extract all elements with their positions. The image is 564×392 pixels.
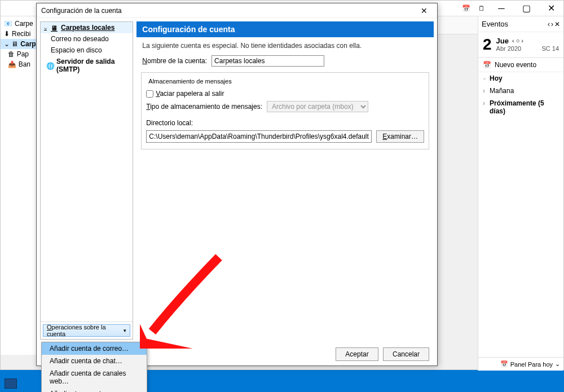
- empty-trash-checkbox[interactable]: Vaciar papelera al salir: [146, 90, 224, 98]
- day-today[interactable]: ○: [516, 37, 520, 45]
- panel-today-icon: 📅: [500, 360, 508, 368]
- dropdown-caret-icon: ▾: [124, 328, 126, 333]
- account-detail-pane: Configuración de cuenta La siguiente cue…: [136, 21, 434, 340]
- events-day-name: Jue: [496, 37, 509, 46]
- acct-disk[interactable]: Espacio en disco: [41, 45, 133, 56]
- events-date: 2 Jue ‹ ○ › Abr 2020 SC 14: [478, 32, 563, 58]
- detail-header: Configuración de cuenta: [136, 21, 434, 37]
- dialog-close[interactable]: ✕: [416, 6, 433, 15]
- panel-today-label[interactable]: Panel Para hoy: [510, 361, 553, 368]
- events-group-soon[interactable]: Próximamente (5 días): [478, 97, 563, 117]
- storage-legend: Almacenamiento de mensajes: [146, 78, 233, 85]
- storage-fieldset: Almacenamiento de mensajes Vaciar papele…: [141, 72, 429, 149]
- menu-add-mail[interactable]: Añadir cuenta de correo…: [42, 342, 147, 355]
- detail-info-text: La siguiente cuenta es especial. No tien…: [136, 37, 434, 53]
- panel-dropdown-icon[interactable]: ⌄: [555, 360, 560, 368]
- events-next[interactable]: ›: [551, 20, 553, 28]
- tree-outbox[interactable]: 📤 Ban: [1, 59, 39, 69]
- window-maximize[interactable]: ▢: [514, 1, 539, 16]
- events-panel: Eventos ‹ › ✕ 2 Jue ‹ ○ › Abr 2020: [478, 16, 563, 371]
- events-title: Eventos: [482, 20, 548, 28]
- account-operations-button[interactable]: Operaciones sobre la cuenta ▾: [43, 324, 130, 337]
- empty-trash-input[interactable]: [146, 90, 153, 98]
- tree-trash[interactable]: 🗑 Pap: [1, 49, 39, 59]
- day-prev[interactable]: ‹: [512, 37, 514, 45]
- tasks-icon[interactable]: 🗒: [474, 1, 489, 16]
- account-name-label: Nombre de la cuenta:: [142, 57, 207, 65]
- dialog-title-text: Configuración de la cuenta: [41, 7, 416, 15]
- events-group-tomorrow[interactable]: Mañana: [478, 85, 563, 97]
- day-next[interactable]: ›: [521, 37, 523, 45]
- received-item[interactable]: ⬇ Recibi: [1, 29, 39, 39]
- menu-add-web[interactable]: Añadir cuenta de canales web…: [42, 367, 147, 387]
- cancel-button[interactable]: Cancelar: [383, 347, 429, 361]
- events-month-year: Abr 2020: [496, 45, 522, 52]
- computer-icon: 🖥: [51, 24, 59, 31]
- storage-type-select: Archivo por carpeta (mbox): [267, 101, 368, 112]
- account-settings-dialog: Configuración de la cuenta ✕ 🖥 Carpetas …: [36, 3, 438, 366]
- events-day-number: 2: [483, 36, 492, 54]
- tree-local-folders[interactable]: ⌄ 🖥 Carp: [1, 39, 39, 49]
- dialog-titlebar: Configuración de la cuenta ✕: [37, 3, 437, 18]
- acct-smtp[interactable]: 🌐 Servidor de salida (SMTP): [41, 56, 133, 75]
- menu-add-chat[interactable]: Añadir cuenta de chat…: [42, 355, 147, 367]
- events-list: Hoy Mañana Próximamente (5 días): [478, 72, 563, 117]
- new-event-button[interactable]: 📅 Nuevo evento: [478, 58, 563, 72]
- local-dir-input[interactable]: [146, 130, 372, 143]
- ok-button[interactable]: Aceptar: [336, 347, 378, 361]
- menu-add-other[interactable]: Añadir otra cuenta…: [42, 387, 147, 392]
- events-prev[interactable]: ‹: [548, 20, 550, 28]
- tab-item[interactable]: 📧 Carpe: [1, 19, 39, 29]
- events-close[interactable]: ✕: [554, 20, 560, 28]
- events-group-today[interactable]: Hoy: [478, 72, 563, 85]
- events-week: SC 14: [541, 45, 559, 52]
- calendar-icon[interactable]: 📅: [459, 1, 474, 16]
- events-footer: 📅 Panel Para hoy ⌄: [478, 357, 563, 371]
- account-operations-menu: Añadir cuenta de correo… Añadir cuenta d…: [41, 342, 147, 392]
- acct-local-folders[interactable]: 🖥 Carpetas locales: [41, 22, 133, 33]
- window-minimize[interactable]: ─: [489, 1, 514, 16]
- storage-type-label: Tipo de almacenamiento de mensajes:: [146, 103, 262, 111]
- calendar-plus-icon: 📅: [483, 61, 491, 69]
- local-dir-label: Directorio local:: [146, 119, 193, 127]
- taskbar-app-icon[interactable]: [5, 378, 17, 389]
- account-name-input[interactable]: [211, 55, 324, 67]
- folder-tree: 📧 Carpe ⬇ Recibi ⌄ 🖥 Carp 🗑 Pap 📤 Ban: [1, 16, 40, 355]
- account-tree: 🖥 Carpetas locales Correo no deseado Esp…: [40, 21, 133, 340]
- window-close[interactable]: ✕: [539, 1, 563, 16]
- browse-button[interactable]: Examinar…: [376, 130, 424, 143]
- acct-junk[interactable]: Correo no deseado: [41, 33, 133, 45]
- globe-icon: 🌐: [46, 62, 54, 69]
